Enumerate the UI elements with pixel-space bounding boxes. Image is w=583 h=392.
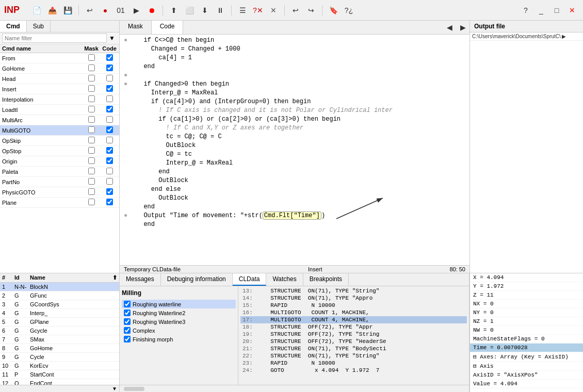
tab-mask[interactable]: Mask [120,21,152,34]
milling-item-1[interactable]: Roughing Waterline2 [122,308,236,317]
export-button[interactable]: 📤 [45,4,59,17]
cmd-row-head[interactable]: Head [0,74,119,84]
id-row-2[interactable]: 3 G GCoordSys [0,300,119,309]
cldata-output[interactable]: 13: STRUCTURE ON(71), TYPE "String"14: S… [238,286,469,385]
id-row-6[interactable]: 7 G SMax [0,335,119,344]
cmd-mask-checkbox-4[interactable] [88,95,95,102]
redo2-button[interactable]: ↪ [304,4,318,17]
cmd-code-checkbox-6[interactable] [106,116,113,123]
cmd-row-multigoto[interactable]: MultiGOTO [0,125,119,136]
id-row-10[interactable]: 11 P StartCont [0,370,119,379]
cmd-row-gohome[interactable]: GoHome [0,63,119,74]
cmd-mask-checkbox-7[interactable] [88,126,95,133]
cmd-code-checkbox-13[interactable] [106,188,113,195]
cmd-mask-checkbox-1[interactable] [88,64,95,71]
cmd-code-checkbox-10[interactable] [106,157,113,164]
minimize-button[interactable]: _ [535,4,548,17]
id-row-0[interactable]: 1 N-N- BlockN [0,283,119,291]
close-button[interactable]: ✕ [565,4,579,17]
bottom-tab-debuging-information[interactable]: Debuging information [161,273,233,286]
milling-check-4[interactable] [124,336,131,342]
sprutcam-button[interactable]: ● [99,4,112,17]
cmd-mask-checkbox-2[interactable] [88,75,95,81]
id-row-8[interactable]: 9 G Cycle [0,353,119,362]
cross-button[interactable]: ✕ [267,4,280,17]
bookmark-button[interactable]: 🔖 [327,4,340,17]
milling-item-3[interactable]: Complex [122,326,236,335]
undo2-button[interactable]: ↩ [289,4,302,17]
pause-button[interactable]: ⏸ [214,4,227,17]
milling-item-0[interactable]: Roughing waterline [122,300,236,308]
cmd-code-checkbox-5[interactable] [106,106,113,112]
cmd-mask-checkbox-0[interactable] [88,54,95,61]
cmd-code-checkbox-8[interactable] [106,137,113,143]
bottom-tab-breakpoints[interactable]: Breakpoints [303,273,349,286]
name-filter-input[interactable] [2,34,107,43]
undo-button[interactable]: ↩ [83,4,96,17]
cmd-mask-checkbox-9[interactable] [88,147,95,154]
bottom-hscrollbar[interactable] [120,385,469,392]
frame-button[interactable]: ⬜ [183,4,196,17]
cmd-row-partno[interactable]: PartNo [0,177,119,187]
cmd-code-checkbox-1[interactable] [106,64,113,71]
cmd-mask-checkbox-13[interactable] [88,188,95,195]
debug-button[interactable]: ?✕ [251,4,265,17]
new-button[interactable]: 📄 [30,4,43,17]
cmd-mask-checkbox-10[interactable] [88,157,95,164]
cmd-code-checkbox-7[interactable] [106,126,113,133]
cmd-code-checkbox-0[interactable] [106,54,113,61]
id-row-11[interactable]: 12 Q EndCont [0,379,119,385]
cmd-code-checkbox-3[interactable] [106,85,113,92]
cmd-code-checkbox-14[interactable] [106,199,113,205]
id-row-4[interactable]: 5 G GPlane [0,318,119,326]
milling-check-2[interactable] [124,318,131,325]
code-editor[interactable]: ● if C<>C@ then begin Changed = Changed … [120,35,469,265]
output-scroll-right[interactable]: ▶ [562,34,566,39]
id-scroll-down[interactable]: ▼ [112,386,117,391]
bottom-tab-messages[interactable]: Messages [120,273,161,286]
tab-sub[interactable]: Sub [27,21,51,32]
id-header-expand[interactable]: ⬆ [112,274,117,281]
code-button[interactable]: 01 [114,4,127,17]
id-row-7[interactable]: 8 G GoHome [0,344,119,353]
bottom-tab-cldata[interactable]: CLData [233,273,267,286]
id-row-5[interactable]: 6 G Gcycle [0,326,119,335]
cmd-mask-checkbox-11[interactable] [88,168,95,174]
help2-button[interactable]: ?¿ [342,4,355,17]
milling-item-2[interactable]: Roughing Waterline3 [122,317,236,326]
cmd-row-loadti[interactable]: LoadtI [0,105,119,115]
cmd-mask-checkbox-8[interactable] [88,137,95,143]
name-filter-dropdown[interactable]: ▼ [107,34,117,43]
cmd-code-checkbox-2[interactable] [106,75,113,81]
record-button[interactable]: ⏺ [145,4,158,17]
play-button[interactable]: ▶ [129,4,143,17]
tab-code[interactable]: Code [152,21,184,34]
cmd-row-insert[interactable]: Insert [0,84,119,94]
id-row-1[interactable]: 2 G GFunc [0,291,119,300]
cmd-mask-checkbox-14[interactable] [88,199,95,205]
nav-right-btn[interactable]: ▶ [456,21,469,34]
milling-check-3[interactable] [124,327,131,334]
cmd-code-checkbox-11[interactable] [106,168,113,174]
maximize-button[interactable]: □ [550,4,563,17]
cmd-row-plane[interactable]: Plane [0,198,119,208]
cmd-row-origin[interactable]: Origin [0,156,119,167]
cmd-row-paleta[interactable]: Paleta [0,167,119,177]
cmd-mask-checkbox-3[interactable] [88,85,95,92]
upload-button[interactable]: ⬆ [167,4,181,17]
cmd-row-opstop[interactable]: OpStop [0,146,119,156]
cmd-row-physicgoto[interactable]: PhysicGOTO [0,187,119,198]
cmd-mask-checkbox-12[interactable] [88,178,95,185]
cmd-row-from[interactable]: From [0,53,119,63]
cmd-mask-checkbox-5[interactable] [88,106,95,112]
cmd-code-checkbox-12[interactable] [106,178,113,185]
cmd-code-checkbox-4[interactable] [106,95,113,102]
list-button[interactable]: ☰ [236,4,249,17]
cmd-row-multiarc[interactable]: MultiArc [0,115,119,125]
help-button[interactable]: ? [519,4,532,17]
save-button[interactable]: 💾 [61,4,74,17]
cmd-code-checkbox-9[interactable] [106,147,113,154]
cmd-mask-checkbox-6[interactable] [88,116,95,123]
milling-check-0[interactable] [124,301,131,307]
tab-cmd[interactable]: Cmd [0,21,27,32]
